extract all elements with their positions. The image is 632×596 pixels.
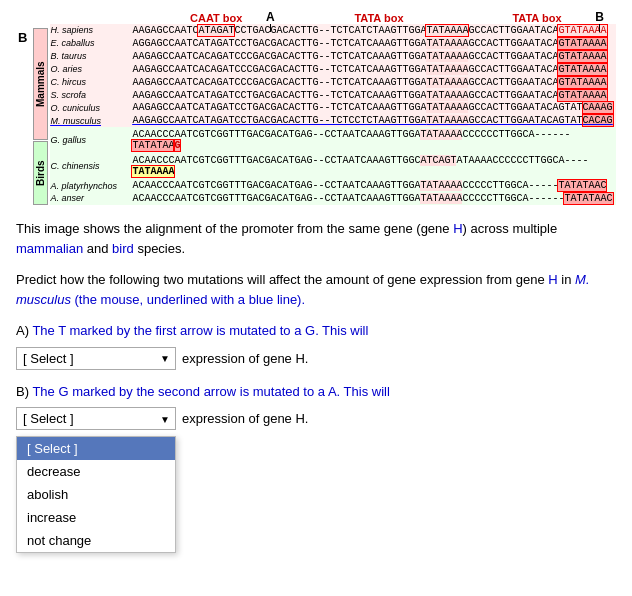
dropdown-item-decrease[interactable]: decrease (17, 460, 175, 483)
gene-h-ref: H (453, 221, 462, 236)
table-row: H. sapiens AAGAGCCAATCATAGATCCTGACGACACT… (50, 24, 616, 37)
table-row: O. aries AAGAGCCAATCACAGATCCCGACGACACTTG… (50, 63, 616, 76)
alignment-table: CAAT box TATA box TATA box H. sapiens AA… (50, 12, 616, 205)
tata-box2-label: TATA box (512, 12, 561, 24)
table-row: O. cuniculus AAGAGCCAATCATAGATCCTGACGACA… (50, 102, 616, 115)
arrow-b-label: B (595, 10, 604, 24)
dropdown-item-select[interactable]: [ Select ] (17, 437, 175, 460)
expression-text-a: expression of gene H. (182, 351, 308, 366)
question-a-section: A) The T marked by the first arrow is mu… (16, 321, 616, 370)
caat-box-label: CAAT box (190, 12, 242, 24)
alignment-section: A B B Mammals Birds (16, 10, 616, 205)
dropdown-item-not-change[interactable]: not change (17, 529, 175, 552)
group-label-b: B (16, 28, 31, 47)
question-b-section: B) The G marked by the second arrow is m… (16, 382, 616, 431)
header-row: CAAT box TATA box TATA box (50, 12, 616, 24)
table-row-musculus: M. musculus AAGAGCCAATCATAGATCCTGACGACAC… (50, 114, 616, 127)
table-row: A. platyrhynchos ACAACCCAATCGTCGGTTTGACG… (50, 179, 616, 192)
question-a-text: A) The T marked by the first arrow is mu… (16, 321, 616, 341)
group-label-mammals: Mammals (33, 28, 48, 140)
description-text: This image shows the alignment of the pr… (16, 219, 616, 258)
table-row: B. taurus AAGAGCCAATCACAGATCCCGACGACACTT… (50, 50, 616, 63)
table-row: C. chinensis ACAACCCAATCGTCGGTTTGACGACAT… (50, 153, 616, 179)
select-b-dropdown[interactable]: [ Select ] decrease abolish increase not… (16, 407, 176, 430)
table-row: A. anser ACAACCCAATCGTCGGTTTGACGACATGAG-… (50, 192, 616, 205)
question-b-label: B) (16, 384, 29, 399)
question-a-answer-row: [ Select ] decrease abolish increase not… (16, 347, 616, 370)
arrow-a-label: A (266, 10, 275, 24)
group-label-birds: Birds (33, 141, 48, 205)
table-row: C. hircus AAGAGCCAATCACAGATCCCGACGACACTT… (50, 76, 616, 89)
question-b-text: B) The G marked by the second arrow is m… (16, 382, 616, 402)
table-row: S. scrofa AAGAGCCAATCATAGATCCTGACGACACTT… (50, 89, 616, 102)
question-a-label: A) (16, 323, 29, 338)
question-b-answer-row: [ Select ] decrease abolish increase not… (16, 407, 616, 430)
select-a-dropdown[interactable]: [ Select ] decrease abolish increase not… (16, 347, 176, 370)
dropdown-item-abolish[interactable]: abolish (17, 483, 175, 506)
mammalian-ref: mammalian (16, 241, 83, 256)
bird-ref: bird (112, 241, 134, 256)
predict-text: Predict how the following two mutations … (16, 270, 616, 309)
select-b-wrapper[interactable]: [ Select ] decrease abolish increase not… (16, 407, 176, 430)
dropdown-b-open-menu[interactable]: [ Select ] decrease abolish increase not… (16, 436, 176, 553)
expression-text-b: expression of gene H. (182, 411, 308, 426)
table-row: G. gallus ACAACCCAATCGTCGGTTTGACGACATGAG… (50, 127, 616, 153)
dropdown-item-increase[interactable]: increase (17, 506, 175, 529)
tata-box-label: TATA box (354, 12, 403, 24)
table-row: E. caballus AGGAGCCAATCATAGATCCTGACGACAC… (50, 37, 616, 50)
select-a-wrapper[interactable]: [ Select ] decrease abolish increase not… (16, 347, 176, 370)
